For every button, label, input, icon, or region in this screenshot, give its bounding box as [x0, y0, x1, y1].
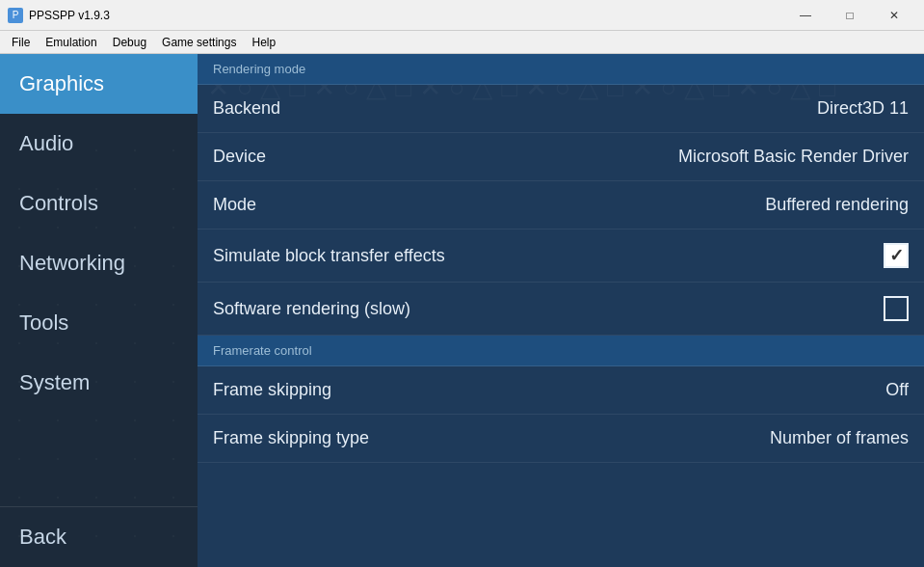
menu-item-debug[interactable]: Debug — [105, 34, 154, 51]
frame-skipping-type-row[interactable]: Frame skipping type Number of frames — [198, 415, 924, 463]
title-bar: P PPSSPP v1.9.3 — □ ✕ — [0, 0, 924, 31]
settings-panel: Rendering mode Backend Direct3D 11 Devic… — [198, 54, 924, 567]
simulate-block-checkbox[interactable] — [884, 243, 909, 268]
sidebar-item-controls[interactable]: Controls — [0, 174, 198, 233]
app-icon: P — [8, 8, 23, 23]
window-controls: — □ ✕ — [783, 0, 916, 31]
close-button[interactable]: ✕ — [872, 0, 916, 31]
sidebar-item-system[interactable]: System — [0, 353, 198, 413]
settings-list: Rendering mode Backend Direct3D 11 Devic… — [198, 54, 924, 567]
framerate-control-header: Framerate control — [198, 336, 924, 366]
simulate-block-row[interactable]: Simulate block transfer effects — [198, 230, 924, 283]
sidebar-item-graphics[interactable]: Graphics — [0, 54, 198, 114]
frame-skipping-row[interactable]: Frame skipping Off — [198, 366, 924, 415]
rendering-mode-header: Rendering mode — [198, 54, 924, 85]
device-row[interactable]: Device Microsoft Basic Render Driver — [198, 133, 924, 181]
menu-item-emulation[interactable]: Emulation — [38, 34, 104, 51]
sidebar-item-audio[interactable]: Audio — [0, 114, 198, 174]
app-title: PPSSPP v1.9.3 — [29, 9, 110, 22]
menu-item-help[interactable]: Help — [244, 34, 283, 51]
menu-item-file[interactable]: File — [4, 34, 38, 51]
minimize-button[interactable]: — — [783, 0, 828, 31]
sidebar-item-tools[interactable]: Tools — [0, 293, 198, 353]
menu-bar: FileEmulationDebugGame settingsHelp — [0, 31, 924, 54]
software-rendering-checkbox[interactable] — [884, 296, 909, 321]
title-bar-left: P PPSSPP v1.9.3 — [8, 8, 110, 23]
software-rendering-row[interactable]: Software rendering (slow) — [198, 283, 924, 336]
back-button[interactable]: Back — [0, 506, 198, 567]
main-content: Graphics Audio Controls Networking Tools… — [0, 54, 924, 567]
sidebar-nav: Graphics Audio Controls Networking Tools… — [0, 54, 198, 506]
sidebar-item-networking[interactable]: Networking — [0, 233, 198, 293]
menu-item-game-settings[interactable]: Game settings — [154, 34, 244, 51]
sidebar: Graphics Audio Controls Networking Tools… — [0, 54, 198, 567]
backend-row[interactable]: Backend Direct3D 11 — [198, 85, 924, 133]
maximize-button[interactable]: □ — [828, 0, 872, 31]
mode-row[interactable]: Mode Buffered rendering — [198, 181, 924, 230]
